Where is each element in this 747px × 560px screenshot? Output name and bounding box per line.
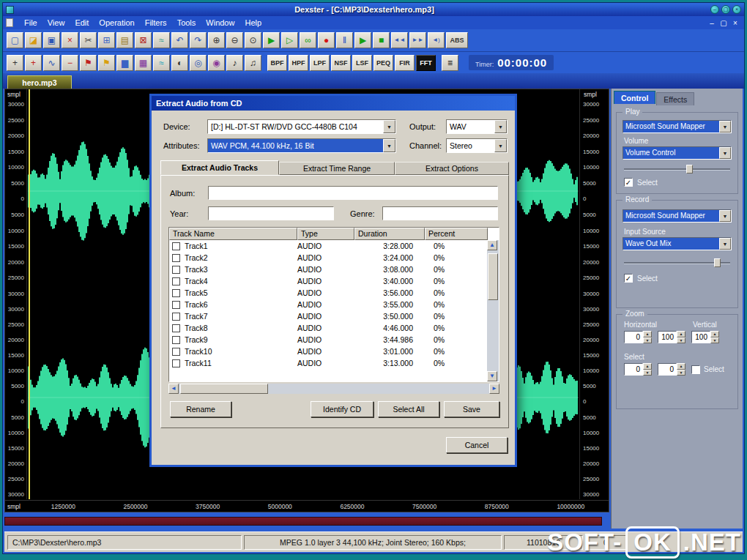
scroll-up-icon[interactable]: ▲ — [487, 240, 497, 250]
spin-up-icon[interactable]: ▲ — [677, 363, 685, 370]
dropdown-arrow-icon[interactable]: ▼ — [383, 139, 395, 152]
genre-input[interactable] — [382, 206, 498, 220]
menu-item[interactable]: Operation — [94, 18, 139, 28]
dropdown-arrow-icon[interactable]: ▼ — [719, 147, 731, 159]
menu-item[interactable]: Tools — [172, 18, 201, 28]
table-row[interactable]: Track2 AUDIO 3:24.000 0% — [169, 252, 487, 264]
close-button[interactable]: × — [732, 5, 741, 14]
close-file-icon[interactable]: × — [62, 32, 78, 48]
track-checkbox[interactable] — [172, 289, 180, 297]
channel-combo[interactable]: Stereo ▼ — [446, 138, 508, 153]
tab-control[interactable]: Control — [614, 91, 655, 104]
column-header[interactable]: Duration — [354, 228, 425, 240]
slider-thumb[interactable] — [686, 165, 693, 173]
device-combo[interactable]: [D:] HL-DT-ST RW/DVD GCC-4480B C104 ▼ — [207, 119, 396, 134]
spin-up-icon[interactable]: ▲ — [710, 331, 719, 337]
note-icon[interactable]: ♪ — [226, 55, 243, 71]
track-checkbox[interactable] — [172, 301, 180, 309]
track-checkbox[interactable] — [172, 348, 180, 356]
table-row[interactable]: Track5 AUDIO 3:56.000 0% — [169, 287, 487, 299]
phase-icon[interactable]: ◉ — [208, 55, 225, 71]
play-select-checkbox[interactable]: ✓ — [624, 178, 633, 187]
mdi-minimize-button[interactable]: – — [706, 19, 718, 27]
cycle-icon[interactable]: ◎ — [190, 55, 207, 71]
dropdown-arrow-icon[interactable]: ▼ — [719, 210, 731, 222]
record-level-slider[interactable] — [624, 258, 730, 267]
table-row[interactable]: Track10 AUDIO 3:01.000 0% — [169, 346, 487, 357]
table-row[interactable]: Track6 AUDIO 3:55.000 0% — [169, 299, 487, 310]
menu-item[interactable]: Help — [239, 18, 267, 28]
scroll-down-icon[interactable]: ▼ — [487, 371, 497, 381]
h-zoom-spinner[interactable]: 100 ▲▼ — [658, 331, 685, 343]
red-flag-icon[interactable]: ⚑ — [80, 55, 97, 71]
loop-icon[interactable]: ∞ — [300, 32, 316, 48]
play-icon[interactable]: ▶ — [263, 32, 280, 48]
mix-icon[interactable]: ≈ — [153, 32, 170, 48]
pause-icon[interactable]: ‖ — [336, 32, 353, 48]
remove-marker-icon[interactable]: − — [62, 55, 78, 71]
record-icon[interactable]: ● — [318, 32, 335, 48]
scrollbar-thumb[interactable] — [488, 253, 498, 300]
table-row[interactable]: Track9 AUDIO 3:44.986 0% — [169, 334, 487, 346]
spin-up-icon[interactable]: ▲ — [643, 331, 652, 337]
filter-button[interactable]: HPF — [289, 55, 308, 71]
menu-item[interactable]: Edit — [70, 18, 94, 28]
play-from-start-icon[interactable]: ◄◄ — [391, 32, 408, 48]
mixer-icon[interactable]: ≡ — [442, 55, 458, 71]
table-row[interactable]: Track8 AUDIO 4:46.000 0% — [169, 322, 487, 334]
maximize-button[interactable]: ▢ — [721, 5, 730, 14]
track-checkbox[interactable] — [172, 266, 180, 274]
tab-extract-options[interactable]: Extract Options — [395, 162, 509, 175]
table-row[interactable]: Track3 AUDIO 3:08.000 0% — [169, 264, 487, 275]
play-to-end-icon[interactable]: ►► — [409, 32, 426, 48]
filter-button[interactable]: NSF — [331, 55, 351, 71]
column-header[interactable]: Track Name — [169, 228, 297, 240]
column-header[interactable]: Percent — [425, 228, 488, 240]
menu-item[interactable]: View — [42, 18, 70, 28]
spin-down-icon[interactable]: ▼ — [677, 337, 685, 344]
stats-icon[interactable]: ▦ — [135, 55, 152, 71]
album-input[interactable] — [208, 186, 498, 200]
zoom-out-icon[interactable]: ⊖ — [226, 32, 243, 48]
identify-cd-button[interactable]: Identify CD — [311, 401, 374, 417]
dropdown-arrow-icon[interactable]: ▼ — [719, 121, 731, 132]
delete-icon[interactable]: ⊠ — [135, 32, 152, 48]
cancel-button[interactable]: Cancel — [446, 437, 508, 453]
cyan-wave-icon[interactable]: ≈ — [153, 55, 170, 71]
waveform-icon[interactable]: ∿ — [43, 55, 60, 71]
horizontal-scrollbar[interactable]: ◄ ► — [168, 384, 499, 394]
table-row[interactable]: Track7 AUDIO 3:50.000 0% — [169, 310, 487, 322]
filter-button[interactable]: FFT — [416, 55, 436, 71]
track-checkbox[interactable] — [172, 254, 180, 262]
volume-device-combo[interactable]: Volume Control ▼ — [622, 146, 732, 160]
track-checkbox[interactable] — [172, 242, 180, 250]
rename-button[interactable]: Rename — [170, 401, 231, 417]
spin-up-icon[interactable]: ▲ — [643, 363, 652, 370]
dropdown-arrow-icon[interactable]: ▼ — [494, 139, 507, 152]
track-checkbox[interactable] — [172, 359, 180, 367]
spin-down-icon[interactable]: ▼ — [710, 337, 719, 344]
track-checkbox[interactable] — [172, 313, 180, 321]
year-input[interactable] — [208, 206, 334, 220]
scroll-right-icon[interactable]: ► — [489, 384, 499, 394]
redo-icon[interactable]: ↷ — [190, 32, 207, 48]
track-checkbox[interactable] — [172, 336, 180, 344]
filter-button[interactable]: LPF — [310, 55, 330, 71]
play-volume-slider[interactable] — [624, 164, 730, 173]
save-button[interactable]: Save — [444, 401, 499, 417]
notes-icon[interactable]: ♫ — [245, 55, 261, 71]
paste-icon[interactable]: ▤ — [116, 32, 133, 48]
mdi-restore-button[interactable]: ▢ — [718, 19, 729, 27]
spectrum-icon[interactable]: ▆ — [116, 55, 133, 71]
filter-button[interactable]: FIR — [395, 55, 415, 71]
document-tab-hero-mp3[interactable]: hero.mp3 — [7, 75, 72, 89]
save-file-icon[interactable]: ▣ — [43, 32, 60, 48]
select-v-spinner[interactable]: 0 ▲▼ — [658, 363, 685, 376]
track-checkbox[interactable] — [172, 324, 180, 332]
mdi-close-button[interactable]: × — [729, 19, 741, 27]
attributes-combo[interactable]: WAV PCM, 44.100 kHz, 16 Bit ▼ — [207, 138, 396, 153]
select-all-button[interactable]: Select All — [378, 401, 439, 417]
input-source-combo[interactable]: Wave Out Mix ▼ — [622, 237, 732, 250]
output-combo[interactable]: WAV ▼ — [446, 119, 508, 134]
filter-button[interactable]: LSF — [352, 55, 372, 71]
